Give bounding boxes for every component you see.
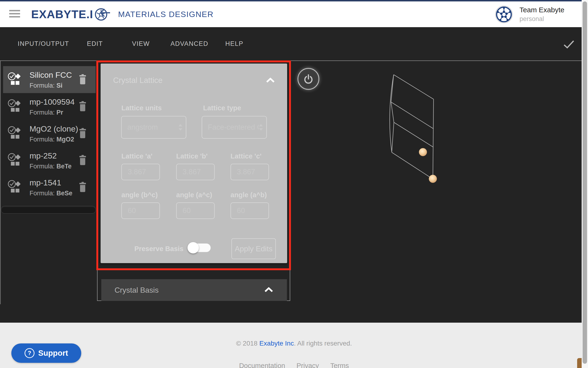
lattice-b-value: 3.867 [182,168,201,176]
material-title: mp-252 [29,151,72,160]
material-item-silicon-fcc[interactable]: Silicon FCC Formula: Si [3,66,96,93]
lattice-units-label: Lattice units [121,104,162,112]
unit-cell-wireframe [390,75,434,179]
copyright-suffix: . All rights reserved. [294,340,352,347]
menu-view[interactable]: VIEW [132,27,150,60]
formula-label: Formula: [29,82,55,89]
angle-bc-label: angle (b^c) [121,191,158,199]
company-link[interactable]: Exabyte Inc [259,340,294,347]
lattice-a-label: Lattice 'a' [121,152,152,160]
angle-bc-input[interactable]: 60 [121,202,160,219]
angle-bc-value: 60 [128,206,136,215]
lattice-units-value: angstrom [127,123,178,132]
material-title: Silicon FCC [29,70,72,80]
lattice-b-input[interactable]: 3.867 [176,164,215,180]
angle-ac-label: angle (a^c) [176,191,212,199]
material-check-icon[interactable] [7,72,23,87]
support-button-label: Support [38,349,68,358]
material-check-icon[interactable] [7,180,23,195]
exabyte-logo[interactable]: EXABYTE.I [31,1,108,27]
hamburger-menu-icon[interactable] [9,10,20,18]
formula-value: Si [56,82,63,89]
collapse-chevron-up-icon[interactable] [264,287,273,292]
team-avatar [495,5,513,23]
apply-edits-button[interactable]: Apply Edits [231,238,276,259]
question-mark-icon: ? [25,348,35,358]
lattice-a-value: 3.867 [128,168,146,176]
material-check-icon[interactable] [7,99,23,114]
toggle-knob [188,242,199,253]
crystal-lattice-panel: Crystal Lattice Lattice units Lattice ty… [101,64,287,263]
left-edge-divider [0,61,1,304]
delete-material-icon[interactable] [79,182,87,192]
lattice-type-label: Lattice type [203,104,241,112]
main-content: Silicon FCC Formula: Si [0,61,588,323]
scrollbar-thumb[interactable] [583,1,587,364]
formula-value: MgO2 [56,136,74,143]
page-scrollbar[interactable] [582,0,588,368]
material-title: mp-1541 [29,178,72,187]
viewer-power-button[interactable] [298,68,319,90]
lattice-units-select[interactable]: angstrom [121,116,186,139]
account-menu[interactable]: Team Exabyte personal [495,1,564,27]
crystal-lattice-title: Crystal Lattice [113,76,163,85]
formula-value: Pr [56,109,63,116]
atom-sphere[interactable] [429,175,437,183]
documentation-link[interactable]: Documentation [239,362,285,368]
materials-designer-app: EXABYTE.I MATERIALS DESIGNER [0,0,588,368]
sidebar-horizontal-scrollbar[interactable] [1,206,96,213]
lattice-b-label: Lattice 'b' [176,152,208,160]
angle-ab-value: 60 [237,206,245,215]
copyright-prefix: © 2018 [236,340,259,347]
preserve-basis-label: Preserve Basis [134,245,183,253]
lattice-c-value: 3.867 [237,168,255,176]
formula-label: Formula: [29,163,55,170]
delete-material-icon[interactable] [79,74,87,84]
atom-sphere[interactable] [419,148,427,156]
formula-label: Formula: [29,136,55,143]
angle-ac-input[interactable]: 60 [176,202,215,219]
menu-advanced[interactable]: ADVANCED [171,27,208,60]
material-item-mp-1541[interactable]: mp-1541 Formula: BeSe [3,174,96,201]
lattice-a-input[interactable]: 3.867 [121,164,160,180]
terms-link[interactable]: Terms [330,362,349,368]
logo-text: EXABYTE.I [31,8,93,21]
save-check-icon[interactable] [563,40,574,49]
menu-edit[interactable]: EDIT [87,27,103,60]
select-arrows-icon [178,124,182,131]
crystal-basis-panel-header[interactable]: Crystal Basis [101,279,287,301]
page-footer: © 2018 Exabyte Inc. All rights reserved.… [0,323,588,368]
crystal-basis-title: Crystal Basis [115,286,159,294]
menu-input-output[interactable]: INPUT/OUTPUT [18,27,69,60]
formula-value: BeSe [56,190,72,197]
delete-material-icon[interactable] [79,155,87,165]
menu-help[interactable]: HELP [225,27,244,60]
delete-material-icon[interactable] [79,101,87,111]
crystal-3d-viewport[interactable] [385,70,439,184]
collapse-chevron-up-icon[interactable] [266,78,275,83]
material-title: MgO2 (clone) [29,124,78,133]
formula-label: Formula: [29,109,55,116]
page-title: MATERIALS DESIGNER [118,1,213,27]
preserve-basis-toggle[interactable] [189,244,211,252]
lattice-c-label: Lattice 'c' [230,152,262,160]
material-item-mp-1009594[interactable]: mp-1009594 Formula: Pr [3,93,96,120]
lattice-c-input[interactable]: 3.867 [230,164,269,180]
select-arrows-icon [259,124,263,131]
material-item-mp-252[interactable]: mp-252 Formula: BeTe [3,147,96,174]
angle-ac-value: 60 [182,206,190,215]
material-check-icon[interactable] [7,153,23,168]
angle-ab-label: angle (a^b) [230,191,267,199]
cutoff-corner-widget [577,358,582,368]
team-name: Team Exabyte [520,6,564,14]
support-button[interactable]: ? Support [11,343,81,363]
angle-ab-input[interactable]: 60 [230,202,269,219]
material-item-mgo2-clone[interactable]: MgO2 (clone) Formula: MgO2 [3,120,96,147]
material-check-icon[interactable] [7,126,23,141]
material-title: mp-1009594 [29,97,75,107]
back-arrow-icon[interactable] [99,8,111,18]
delete-material-icon[interactable] [79,128,87,138]
copyright-text: © 2018 Exabyte Inc. All rights reserved. [0,340,588,347]
lattice-type-select[interactable]: Face-centered Cu [202,116,267,139]
privacy-link[interactable]: Privacy [297,362,319,368]
